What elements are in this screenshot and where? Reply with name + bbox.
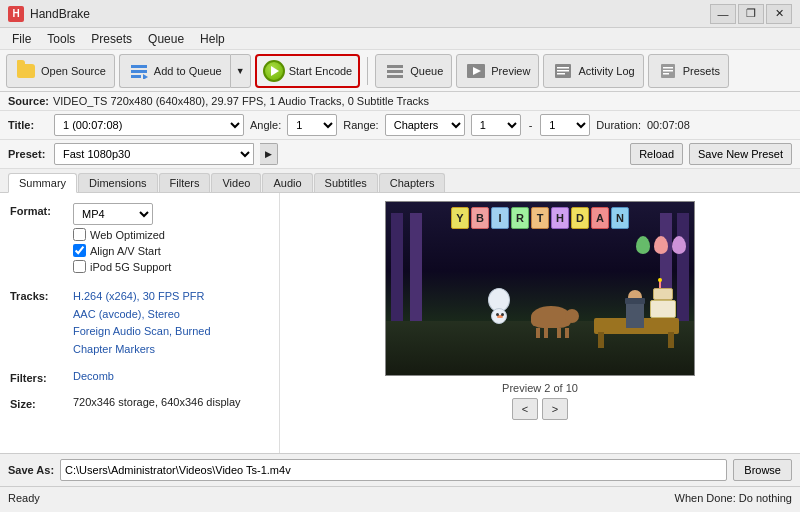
size-value: 720x346 storage, 640x346 display xyxy=(73,396,241,408)
align-av-checkbox[interactable] xyxy=(73,244,86,257)
format-label: Format: xyxy=(10,205,65,217)
save-label: Save As: xyxy=(8,464,54,476)
activity-log-button[interactable]: Activity Log xyxy=(543,54,643,88)
window-controls: — ❐ ✕ xyxy=(710,4,792,24)
tab-video[interactable]: Video xyxy=(211,173,261,192)
filters-section: Filters: Decomb xyxy=(10,370,269,384)
menu-presets[interactable]: Presets xyxy=(83,30,140,48)
add-queue-dropdown-button[interactable]: ▼ xyxy=(230,54,251,88)
app-icon: H xyxy=(8,6,24,22)
menu-help[interactable]: Help xyxy=(192,30,233,48)
svg-rect-5 xyxy=(387,70,403,73)
preview-button[interactable]: Preview xyxy=(456,54,539,88)
format-content: MP4 Web Optimized Align A/V Start iPod 5… xyxy=(73,203,269,276)
range-type-select[interactable]: Chapters xyxy=(385,114,465,136)
title-bar: H HandBrake — ❐ ✕ xyxy=(0,0,800,28)
minimize-button[interactable]: — xyxy=(710,4,736,24)
when-done: When Done: Do nothing xyxy=(675,492,792,504)
tab-chapters[interactable]: Chapters xyxy=(379,173,446,192)
tab-filters[interactable]: Filters xyxy=(159,173,211,192)
svg-rect-1 xyxy=(131,70,147,73)
angle-select[interactable]: 1 xyxy=(287,114,337,136)
when-done-value: Do nothing xyxy=(739,492,792,504)
source-label: Source: xyxy=(8,95,49,107)
svg-rect-14 xyxy=(663,67,673,69)
activity-log-icon xyxy=(552,60,574,82)
title-bar-left: H HandBrake xyxy=(8,6,90,22)
save-row: Save As: Browse xyxy=(0,453,800,486)
size-label: Size: xyxy=(10,398,65,410)
svg-marker-3 xyxy=(143,74,148,79)
app-title: HandBrake xyxy=(30,7,90,21)
track-2: Foreign Audio Scan, Burned xyxy=(73,323,269,341)
align-av-label: Align A/V Start xyxy=(90,245,161,257)
title-select[interactable]: 1 (00:07:08) xyxy=(54,114,244,136)
web-optimized-row: Web Optimized xyxy=(73,228,269,241)
preset-row: Preset: Fast 1080p30 ▶ Reload Save New P… xyxy=(0,140,800,169)
svg-rect-12 xyxy=(557,73,565,75)
source-row: Source: VIDEO_TS 720x480 (640x480), 29.9… xyxy=(0,92,800,111)
preset-select[interactable]: Fast 1080p30 xyxy=(54,143,254,165)
add-queue-container: Add to Queue ▼ xyxy=(119,54,251,88)
svg-rect-15 xyxy=(663,70,673,72)
svg-rect-16 xyxy=(663,73,669,75)
queue-button[interactable]: Queue xyxy=(375,54,452,88)
preview-next-button[interactable]: > xyxy=(542,398,568,420)
size-content: 720x346 storage, 640x346 display xyxy=(73,396,269,408)
range-from-select[interactable]: 1 xyxy=(471,114,521,136)
range-label: Range: xyxy=(343,119,378,131)
format-select[interactable]: MP4 xyxy=(73,203,153,225)
tracks-label: Tracks: xyxy=(10,290,65,302)
save-path-input[interactable] xyxy=(60,459,727,481)
menu-queue[interactable]: Queue xyxy=(140,30,192,48)
ipod-support-row: iPod 5G Support xyxy=(73,260,269,273)
web-optimized-label: Web Optimized xyxy=(90,229,165,241)
tab-dimensions[interactable]: Dimensions xyxy=(78,173,157,192)
preset-label: Preset: xyxy=(8,148,48,160)
filters-content: Decomb xyxy=(73,370,269,382)
reload-button[interactable]: Reload xyxy=(630,143,683,165)
menu-bar: File Tools Presets Queue Help xyxy=(0,28,800,50)
menu-file[interactable]: File xyxy=(4,30,39,48)
browse-button[interactable]: Browse xyxy=(733,459,792,481)
start-encode-button[interactable]: Start Encode xyxy=(255,54,361,88)
open-source-button[interactable]: Open Source xyxy=(6,54,115,88)
preview-caption: Preview 2 of 10 xyxy=(502,382,578,394)
preset-bar: Fast 1080p30 ▶ xyxy=(54,143,624,165)
tracks-section: Tracks: H.264 (x264), 30 FPS PFR AAC (av… xyxy=(10,288,269,358)
queue-icon xyxy=(384,60,406,82)
toolbar-separator xyxy=(367,57,368,85)
tracks-content: H.264 (x264), 30 FPS PFR AAC (avcode), S… xyxy=(73,288,269,358)
preview-nav: < > xyxy=(512,398,568,420)
tab-subtitles[interactable]: Subtitles xyxy=(314,173,378,192)
preview-icon xyxy=(465,60,487,82)
add-queue-icon xyxy=(128,60,150,82)
source-info: VIDEO_TS 720x480 (640x480), 29.97 FPS, 1… xyxy=(53,95,429,107)
close-button[interactable]: ✕ xyxy=(766,4,792,24)
add-to-queue-button[interactable]: Add to Queue xyxy=(119,54,230,88)
track-1: AAC (avcode), Stereo xyxy=(73,306,269,324)
tabs-bar: Summary Dimensions Filters Video Audio S… xyxy=(0,169,800,193)
web-optimized-checkbox[interactable] xyxy=(73,228,86,241)
menu-tools[interactable]: Tools xyxy=(39,30,83,48)
scene: Y B I R T H D A N xyxy=(386,201,694,376)
ipod-support-checkbox[interactable] xyxy=(73,260,86,273)
presets-icon xyxy=(657,60,679,82)
svg-rect-0 xyxy=(131,65,147,68)
presets-button[interactable]: Presets xyxy=(648,54,729,88)
restore-button[interactable]: ❐ xyxy=(738,4,764,24)
preset-arrow-button[interactable]: ▶ xyxy=(260,143,278,165)
save-new-preset-button[interactable]: Save New Preset xyxy=(689,143,792,165)
range-to-select[interactable]: 1 xyxy=(540,114,590,136)
right-panel: Y B I R T H D A N xyxy=(280,193,800,453)
range-dash: - xyxy=(529,119,533,131)
tab-summary[interactable]: Summary xyxy=(8,173,77,193)
svg-rect-2 xyxy=(131,75,141,78)
svg-rect-6 xyxy=(387,75,403,78)
ready-status: Ready xyxy=(8,492,40,504)
preview-prev-button[interactable]: < xyxy=(512,398,538,420)
tab-audio[interactable]: Audio xyxy=(262,173,312,192)
main-content: Format: MP4 Web Optimized Align A/V Star… xyxy=(0,193,800,453)
filters-value: Decomb xyxy=(73,370,114,382)
track-3: Chapter Markers xyxy=(73,341,269,359)
